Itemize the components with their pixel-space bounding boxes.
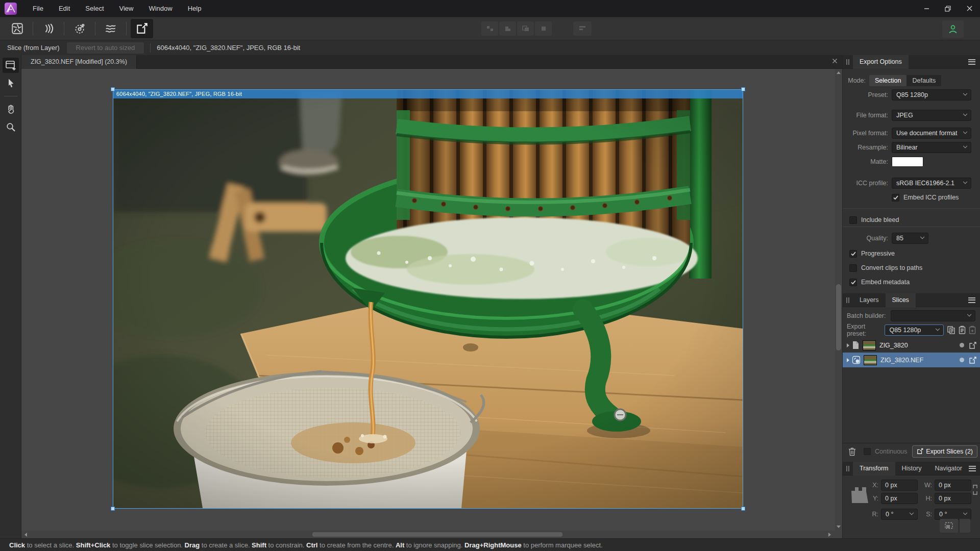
liquify-persona-icon[interactable] — [37, 19, 60, 38]
canvas-viewport[interactable]: 6064x4040, "ZIG_3820.NEF", JPEG, RGB 16-… — [21, 69, 842, 531]
paste-preset-icon[interactable] — [958, 325, 966, 335]
panel-grip-icon[interactable] — [846, 466, 849, 471]
mode-label: Mode: — [843, 77, 869, 84]
icc-profile-dropdown[interactable]: sRGB IEC61966-2.1 — [892, 178, 971, 189]
transform-panel: Transform History Navigator X: 0 px W: 0… — [843, 462, 980, 538]
matte-color-swatch[interactable] — [892, 157, 923, 167]
panel-grip-icon[interactable] — [846, 59, 849, 65]
slice-handle-top-right[interactable] — [741, 87, 745, 91]
icc-profile-label: ICC profile: — [843, 180, 892, 187]
slice-handle-bottom-right[interactable] — [741, 507, 745, 511]
menu-edit[interactable]: Edit — [51, 0, 78, 17]
horizontal-scrollbar[interactable] — [21, 531, 842, 538]
rotation-dropdown[interactable]: 0 ° — [881, 509, 918, 520]
tab-navigator[interactable]: Navigator — [928, 462, 969, 475]
photo-cider-press — [113, 90, 743, 508]
tone-mapping-persona-icon[interactable] — [100, 19, 122, 38]
rotation-label: R: — [868, 511, 878, 518]
copy-preset-icon[interactable] — [947, 325, 956, 335]
export-slices-button[interactable]: Export Slices (2) — [912, 445, 977, 458]
slice-handle-top-left[interactable] — [111, 87, 115, 91]
panel-menu-icon[interactable] — [969, 466, 976, 471]
expand-chevron-icon[interactable] — [847, 343, 849, 347]
slice-list-item[interactable]: ZIG_3820 — [843, 338, 980, 353]
slice-region[interactable]: 6064x4040, "ZIG_3820.NEF", JPEG, RGB 16-… — [113, 90, 743, 508]
tab-slices[interactable]: Slices — [886, 293, 916, 307]
include-bleed-checkbox[interactable] — [849, 216, 857, 224]
menu-window[interactable]: Window — [141, 0, 180, 17]
menu-select[interactable]: Select — [78, 0, 111, 17]
progressive-checkbox[interactable] — [849, 250, 857, 258]
slice-handle-bottom-left[interactable] — [111, 507, 115, 511]
panel-grip-icon[interactable] — [846, 297, 849, 303]
slice-tool[interactable] — [3, 58, 19, 73]
horizontal-scroll-thumb[interactable] — [312, 532, 562, 537]
slice-thumbnail — [864, 355, 877, 365]
panel-menu-icon[interactable] — [968, 297, 975, 303]
tab-transform[interactable]: Transform — [853, 462, 895, 475]
mode-defaults-button[interactable]: Defaults — [906, 75, 941, 86]
y-input[interactable]: 0 px — [881, 493, 918, 504]
batch-builder-label: Batch builder: — [843, 312, 886, 319]
develop-persona-icon[interactable] — [68, 19, 91, 38]
transform-mode-button[interactable] — [940, 519, 958, 533]
vertical-scroll-thumb[interactable] — [836, 284, 841, 350]
account-button[interactable] — [942, 20, 964, 38]
restore-button[interactable] — [937, 0, 959, 17]
export-single-icon[interactable] — [969, 341, 976, 349]
status-bar: Click to select a slice. Shift+Click to … — [0, 538, 980, 551]
tab-history[interactable]: History — [895, 462, 928, 475]
export-preset-label: Export preset: — [843, 323, 885, 337]
y-label: Y: — [868, 495, 878, 502]
vertical-scrollbar[interactable] — [835, 69, 842, 531]
pixel-format-dropdown[interactable]: Use document format — [892, 128, 971, 139]
delete-slice-icon[interactable] — [848, 447, 856, 456]
transform-mode-chevron[interactable] — [959, 519, 970, 533]
h-input[interactable]: 0 px — [935, 493, 971, 504]
photo-persona-icon[interactable] — [6, 19, 29, 38]
scroll-up-icon[interactable] — [837, 71, 841, 74]
tab-export-options[interactable]: Export Options — [853, 55, 909, 69]
x-input[interactable]: 0 px — [881, 480, 918, 491]
shear-dropdown[interactable]: 0 ° — [935, 509, 971, 520]
document-tab[interactable]: ZIG_3820.NEF [Modified] (20.3%) — [21, 55, 137, 69]
convert-clips-checkbox[interactable] — [849, 264, 857, 272]
menu-view[interactable]: View — [112, 0, 141, 17]
link-dimensions-icon[interactable] — [972, 483, 978, 496]
minimize-button[interactable] — [916, 0, 937, 17]
slice-list-item-selected[interactable]: ZIG_3820.NEF — [843, 353, 980, 367]
chevron-down-icon — [936, 327, 940, 331]
expand-chevron-icon[interactable] — [847, 358, 849, 362]
export-single-icon[interactable] — [969, 356, 976, 364]
scroll-left-icon[interactable] — [24, 533, 27, 537]
quality-dropdown[interactable]: 85 — [892, 233, 928, 244]
matte-label: Matte: — [843, 158, 892, 165]
menu-file[interactable]: File — [25, 0, 51, 17]
slice-selection-tool[interactable] — [3, 76, 19, 91]
close-button[interactable] — [959, 0, 980, 17]
panel-menu-icon[interactable] — [968, 59, 975, 65]
export-preset-dropdown[interactable]: Q85 1280p — [885, 324, 944, 336]
scroll-down-icon[interactable] — [837, 525, 841, 528]
revert-to-auto-sized-button: Revert to auto sized — [67, 42, 144, 54]
file-format-dropdown[interactable]: JPEG — [892, 110, 971, 121]
scroll-right-icon[interactable] — [828, 533, 831, 537]
include-bleed-label: Include bleed — [861, 216, 899, 223]
zoom-tool[interactable] — [3, 119, 19, 135]
resample-dropdown[interactable]: Bilinear — [892, 142, 971, 153]
tab-close-icon[interactable] — [832, 58, 838, 64]
layer-type-icon — [852, 341, 860, 349]
preset-dropdown[interactable]: Q85 1280p — [892, 89, 971, 101]
export-persona-icon[interactable] — [131, 19, 153, 38]
slice-op-2-button — [499, 21, 516, 36]
embed-metadata-checkbox[interactable] — [849, 279, 857, 286]
view-hand-tool[interactable] — [3, 102, 19, 117]
continuous-checkbox[interactable] — [864, 448, 871, 455]
batch-builder-dropdown[interactable] — [891, 310, 975, 321]
chevron-down-icon — [963, 91, 967, 95]
mode-selection-button[interactable]: Selection — [869, 75, 906, 86]
menu-help[interactable]: Help — [180, 0, 209, 17]
tab-layers[interactable]: Layers — [853, 293, 886, 307]
embed-icc-checkbox[interactable] — [892, 194, 899, 202]
w-input[interactable]: 0 px — [935, 480, 971, 491]
